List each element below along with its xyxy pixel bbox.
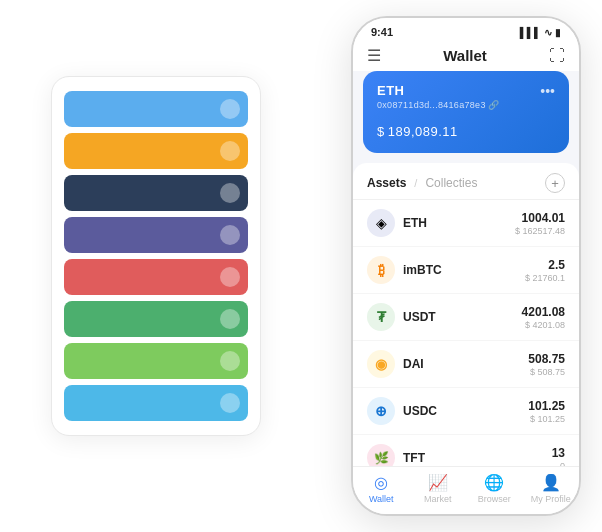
phone-body: ETH 0x08711d3d...8416a78e3 🔗 ••• $189,08…	[353, 71, 579, 466]
imbtc-usd: $ 21760.1	[525, 273, 565, 283]
market-nav-label: Market	[424, 494, 452, 504]
browser-nav-icon: 🌐	[484, 473, 504, 492]
usdt-icon: ₮	[367, 303, 395, 331]
balance-symbol: $	[377, 124, 385, 139]
usdc-amount: 101.25	[528, 399, 565, 413]
status-bar: 9:41 ▌▌▌ ∿ ▮	[353, 18, 579, 42]
wallet-card[interactable]: ETH 0x08711d3d...8416a78e3 🔗 ••• $189,08…	[363, 71, 569, 153]
usdt-usd: $ 4201.08	[522, 320, 565, 330]
expand-icon[interactable]: ⛶	[549, 47, 565, 65]
usdc-usd: $ 101.25	[528, 414, 565, 424]
wallet-currency-label: ETH	[377, 83, 500, 98]
tft-symbol: TFT	[403, 451, 552, 465]
eth-amount: 1004.01	[515, 211, 565, 225]
tab-assets[interactable]: Assets	[367, 176, 406, 190]
eth-amounts: 1004.01 $ 162517.48	[515, 211, 565, 236]
asset-row-tft[interactable]: 🌿 TFT 13 0	[353, 435, 579, 466]
asset-row-eth[interactable]: ◈ ETH 1004.01 $ 162517.48	[353, 200, 579, 247]
asset-list: ◈ ETH 1004.01 $ 162517.48 ₿ imBTC 2.5	[353, 200, 579, 466]
asset-row-usdc[interactable]: ⊕ USDC 101.25 $ 101.25	[353, 388, 579, 435]
battery-icon: ▮	[555, 27, 561, 38]
asset-row-usdt[interactable]: ₮ USDT 4201.08 $ 4201.08	[353, 294, 579, 341]
asset-row-imbtc[interactable]: ₿ imBTC 2.5 $ 21760.1	[353, 247, 579, 294]
wifi-icon: ∿	[544, 27, 552, 38]
tab-collecties[interactable]: Collecties	[425, 176, 477, 190]
profile-nav-icon: 👤	[541, 473, 561, 492]
nav-wallet[interactable]: ◎ Wallet	[353, 473, 410, 504]
profile-nav-label: My Profile	[531, 494, 571, 504]
market-nav-icon: 📈	[428, 473, 448, 492]
assets-section: Assets / Collecties + ◈ ETH 1004.01 $ 16…	[353, 163, 579, 466]
assets-header: Assets / Collecties +	[353, 163, 579, 200]
nav-browser[interactable]: 🌐 Browser	[466, 473, 523, 504]
card-red[interactable]	[64, 259, 248, 295]
card-orange[interactable]	[64, 133, 248, 169]
eth-icon: ◈	[367, 209, 395, 237]
wallet-nav-label: Wallet	[369, 494, 394, 504]
usdt-symbol: USDT	[403, 310, 522, 324]
usdt-amount: 4201.08	[522, 305, 565, 319]
dai-amounts: 508.75 $ 508.75	[528, 352, 565, 377]
imbtc-amounts: 2.5 $ 21760.1	[525, 258, 565, 283]
tab-separator: /	[414, 177, 417, 189]
usdc-amounts: 101.25 $ 101.25	[528, 399, 565, 424]
header-title: Wallet	[443, 47, 487, 64]
nav-market[interactable]: 📈 Market	[410, 473, 467, 504]
imbtc-icon: ₿	[367, 256, 395, 284]
dai-symbol: DAI	[403, 357, 528, 371]
eth-symbol: ETH	[403, 216, 515, 230]
card-light-blue[interactable]	[64, 385, 248, 421]
browser-nav-label: Browser	[478, 494, 511, 504]
eth-usd: $ 162517.48	[515, 226, 565, 236]
dai-icon: ◉	[367, 350, 395, 378]
tft-amounts: 13 0	[552, 446, 565, 467]
card-blue[interactable]	[64, 91, 248, 127]
dai-amount: 508.75	[528, 352, 565, 366]
wallet-balance: $189,089.11	[377, 118, 555, 141]
tft-icon: 🌿	[367, 444, 395, 466]
wallet-nav-icon: ◎	[374, 473, 388, 492]
usdt-amounts: 4201.08 $ 4201.08	[522, 305, 565, 330]
signal-icon: ▌▌▌	[520, 27, 541, 38]
menu-icon[interactable]: ☰	[367, 46, 381, 65]
card-stack	[51, 76, 261, 436]
add-asset-button[interactable]: +	[545, 173, 565, 193]
dai-usd: $ 508.75	[528, 367, 565, 377]
card-light-green[interactable]	[64, 343, 248, 379]
wallet-address: 0x08711d3d...8416a78e3 🔗	[377, 100, 500, 110]
bottom-nav: ◎ Wallet 📈 Market 🌐 Browser 👤 My Profile	[353, 466, 579, 514]
scene: 9:41 ▌▌▌ ∿ ▮ ☰ Wallet ⛶ ETH 0x08711d3d..…	[21, 16, 581, 516]
status-time: 9:41	[371, 26, 393, 38]
card-green[interactable]	[64, 301, 248, 337]
card-dark[interactable]	[64, 175, 248, 211]
balance-amount: 189,089.11	[388, 124, 458, 139]
usdc-symbol: USDC	[403, 404, 528, 418]
usdc-icon: ⊕	[367, 397, 395, 425]
wallet-card-top: ETH 0x08711d3d...8416a78e3 🔗 •••	[377, 83, 555, 110]
wallet-more-button[interactable]: •••	[540, 83, 555, 99]
phone-header: ☰ Wallet ⛶	[353, 42, 579, 71]
tft-amount: 13	[552, 446, 565, 460]
nav-profile[interactable]: 👤 My Profile	[523, 473, 580, 504]
asset-row-dai[interactable]: ◉ DAI 508.75 $ 508.75	[353, 341, 579, 388]
assets-tabs: Assets / Collecties	[367, 176, 477, 190]
imbtc-amount: 2.5	[525, 258, 565, 272]
phone-mockup: 9:41 ▌▌▌ ∿ ▮ ☰ Wallet ⛶ ETH 0x08711d3d..…	[351, 16, 581, 516]
imbtc-symbol: imBTC	[403, 263, 525, 277]
card-purple[interactable]	[64, 217, 248, 253]
status-icons: ▌▌▌ ∿ ▮	[520, 27, 561, 38]
